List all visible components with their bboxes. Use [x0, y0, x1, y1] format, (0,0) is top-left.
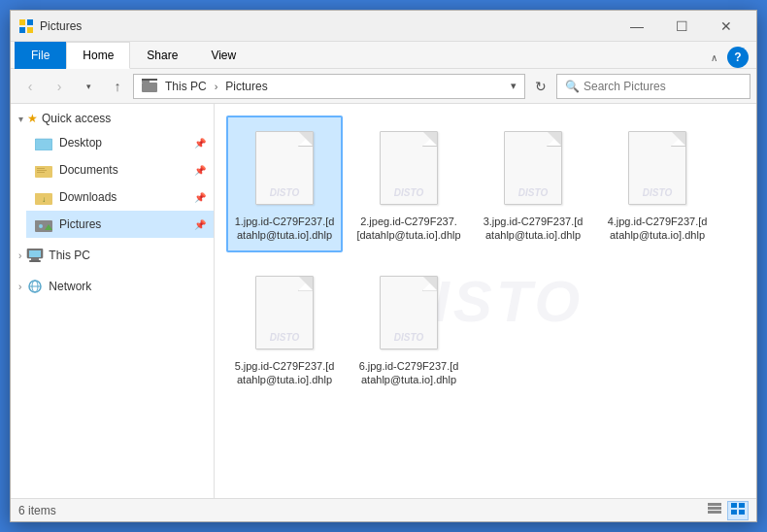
search-icon: 🔍	[565, 80, 580, 93]
this-pc-expand-icon: ›	[18, 250, 21, 261]
file-page-3: DISTO	[504, 131, 562, 205]
maximize-button[interactable]: ☐	[659, 11, 704, 42]
svg-text:↓: ↓	[42, 195, 46, 204]
network-icon	[25, 277, 45, 296]
ribbon-collapse-icon[interactable]: ∧	[705, 49, 723, 67]
svg-rect-3	[27, 27, 33, 33]
sidebar-item-pictures[interactable]: Pictures 📌	[26, 211, 214, 238]
svg-rect-12	[37, 168, 45, 169]
network-expand-icon: ›	[18, 282, 21, 292]
file-grid: DISTO 1.jpg.id-C279F237.[datahlp@tuta.io…	[222, 112, 749, 400]
help-button[interactable]: ?	[727, 47, 749, 68]
search-input[interactable]	[584, 80, 742, 93]
file-name-2: 2.jpeg.id-C279F237.[datahlp@tuta.io].dhl…	[356, 215, 461, 243]
forward-icon: ›	[57, 79, 62, 94]
network-section: › Network	[11, 273, 214, 300]
downloads-label: Downloads	[59, 190, 188, 204]
svg-rect-5	[142, 79, 157, 81]
file-item-2[interactable]: DISTO 2.jpeg.id-C279F237.[datahlp@tuta.i…	[350, 116, 467, 252]
refresh-icon: ↻	[535, 79, 547, 94]
file-fold-3	[548, 132, 561, 146]
svg-rect-25	[29, 260, 41, 262]
downloads-folder-icon: ↓	[34, 187, 53, 207]
file-item-3[interactable]: DISTO 3.jpg.id-C279F237.[datahlp@tuta.io…	[475, 116, 591, 252]
file-explorer-window: Pictures — ☐ ✕ File Home Share View ∧ ? …	[10, 10, 757, 522]
close-button[interactable]: ✕	[704, 11, 749, 42]
list-view-icon	[708, 503, 721, 517]
window-icon	[18, 18, 34, 34]
grid-view-icon	[731, 503, 745, 517]
file-item-1[interactable]: DISTO 1.jpg.id-C279F237.[datahlp@tuta.io…	[226, 116, 343, 252]
file-page-5: DISTO	[255, 276, 314, 349]
network-header[interactable]: › Network	[11, 273, 214, 300]
svg-rect-13	[37, 170, 47, 171]
file-icon-3: DISTO	[498, 125, 568, 211]
svg-rect-35	[739, 510, 745, 515]
svg-rect-16	[35, 193, 42, 197]
dropdown-history-button[interactable]: ▾	[75, 73, 102, 100]
svg-rect-33	[739, 503, 745, 508]
quick-access-header[interactable]: ▾ ★Quick access	[11, 108, 214, 129]
file-name-4: 4.jpg.id-C279F237.[datahlp@tuta.io].dhlp	[605, 215, 710, 243]
ribbon-extra: ∧ ?	[705, 47, 752, 68]
search-box[interactable]: 🔍	[556, 74, 750, 99]
file-page-4: DISTO	[628, 131, 686, 205]
forward-button[interactable]: ›	[46, 73, 73, 100]
this-pc-header[interactable]: › This PC	[11, 242, 214, 269]
quick-access-label: ★Quick access	[27, 112, 111, 125]
file-fold-1	[299, 132, 313, 146]
file-item-4[interactable]: DISTO 4.jpg.id-C279F237.[datahlp@tuta.io…	[599, 116, 716, 252]
svg-rect-4	[142, 81, 150, 83]
title-bar: Pictures — ☐ ✕	[11, 11, 756, 42]
svg-rect-30	[708, 507, 721, 510]
tab-file[interactable]: File	[15, 42, 66, 69]
file-page-6: DISTO	[380, 276, 438, 349]
up-button[interactable]: ↑	[104, 73, 131, 100]
sidebar-item-desktop[interactable]: Desktop 📌	[26, 129, 214, 156]
svg-rect-0	[19, 19, 25, 25]
content-area: DISTO DISTO 1.jpg.id-C279F237.[datahlp@t…	[215, 104, 756, 498]
ribbon-tab-bar: File Home Share View ∧ ?	[11, 42, 756, 68]
chevron-down-icon: ▾	[86, 82, 91, 91]
list-view-button[interactable]	[704, 501, 725, 520]
main-area: ▾ ★Quick access Desktop 📌	[11, 104, 756, 498]
minimize-button[interactable]: —	[615, 11, 659, 42]
breadcrumb-separator-1: ›	[215, 81, 218, 92]
tab-share[interactable]: Share	[130, 42, 194, 69]
file-icon-6: DISTO	[374, 270, 444, 355]
svg-rect-23	[29, 250, 41, 257]
svg-rect-19	[35, 220, 42, 224]
breadcrumb-this-pc[interactable]: This PC	[161, 80, 211, 93]
sidebar-item-downloads[interactable]: ↓ Downloads 📌	[26, 183, 214, 211]
documents-label: Documents	[59, 163, 188, 177]
up-icon: ↑	[115, 79, 121, 94]
svg-rect-31	[708, 511, 721, 514]
file-icon-4: DISTO	[622, 125, 692, 211]
file-fold-5	[299, 277, 313, 290]
file-item-5[interactable]: DISTO 5.jpg.id-C279F237.[datahlp@tuta.io…	[226, 260, 343, 397]
quick-access-items: Desktop 📌 Documents 📌 ↓ D	[11, 129, 214, 238]
back-button[interactable]: ‹	[17, 73, 44, 100]
view-controls	[704, 501, 749, 520]
file-item-6[interactable]: DISTO 6.jpg.id-C279F237.[datahlp@tuta.io…	[350, 260, 467, 397]
file-watermark-2: DISTO	[394, 187, 423, 198]
network-label: Network	[49, 280, 91, 293]
window-controls: — ☐ ✕	[615, 11, 749, 42]
pictures-label: Pictures	[59, 217, 188, 231]
svg-rect-24	[31, 258, 39, 260]
address-chevron-icon[interactable]: ▾	[511, 80, 517, 92]
svg-rect-1	[27, 19, 33, 25]
expand-icon: ▾	[18, 114, 23, 124]
tab-view[interactable]: View	[194, 42, 252, 69]
documents-folder-icon	[34, 160, 53, 180]
breadcrumb-pictures[interactable]: Pictures	[221, 80, 271, 93]
refresh-button[interactable]: ↻	[527, 73, 554, 100]
status-bar: 6 items	[11, 498, 756, 521]
address-bar[interactable]: This PC › Pictures ▾	[133, 74, 525, 99]
grid-view-button[interactable]	[727, 501, 749, 520]
desktop-pin-icon: 📌	[194, 138, 206, 149]
sidebar-item-documents[interactable]: Documents 📌	[26, 156, 214, 183]
tab-home[interactable]: Home	[66, 42, 130, 69]
svg-rect-29	[708, 503, 721, 506]
file-name-5: 5.jpg.id-C279F237.[datahlp@tuta.io].dhlp	[232, 359, 337, 387]
